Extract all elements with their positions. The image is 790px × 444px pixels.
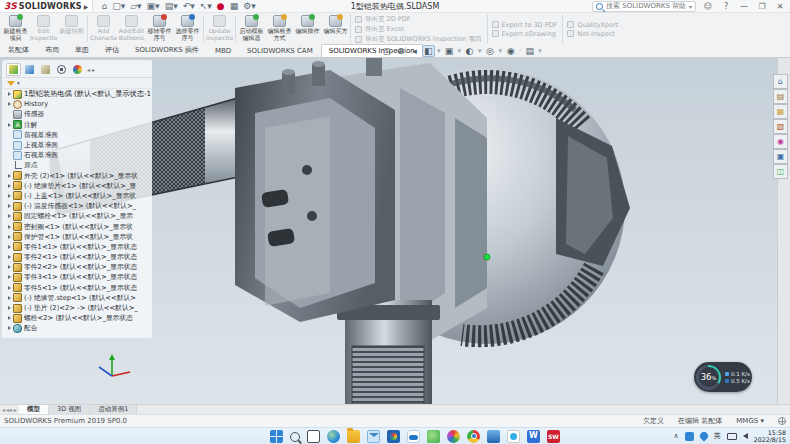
qualityxpert-item[interactable]: QualityXpert (567, 21, 618, 29)
help-search-box[interactable]: 搜索 SOLIDWORKS 帮助 ▾ (592, 1, 696, 12)
options-gear-icon[interactable]: ⚙▾ (243, 0, 256, 12)
chrome-icon[interactable] (467, 430, 480, 443)
tab-assembly[interactable]: 装配体 (0, 42, 37, 57)
tree-item-component[interactable]: (-) 绝缘管.step<1> (默认<<默认> (4, 293, 152, 303)
cast-display-icon[interactable] (727, 433, 737, 440)
export-excel[interactable]: 导出至 Excel (355, 25, 482, 34)
tree-item-component[interactable]: 零件2<1> (默认<<默认>_显示状态 (4, 252, 152, 262)
export-3d-pdf[interactable]: Export to 3D PDF (492, 21, 558, 29)
tree-item-component[interactable]: 外壳 (2)<1> (默认<<默认>_显示状 (4, 171, 152, 181)
tree-item-component[interactable]: (-) 上盖<1> (默认<<默认>_显示状 (4, 191, 152, 201)
taskbar-search-icon[interactable] (290, 432, 300, 442)
ime-language-indicator[interactable]: 英 (714, 431, 721, 441)
edit-customers-button[interactable]: 编辑买方 (322, 14, 349, 44)
task-view-icon[interactable] (307, 430, 320, 443)
edit-operations-button[interactable]: 编辑操作 (294, 14, 321, 44)
logo-expand-arrow-icon[interactable]: ▶ (84, 3, 89, 10)
section-view-icon[interactable]: ◧ (422, 45, 435, 57)
configurationmanager-tab[interactable] (38, 63, 53, 76)
renumber-balloons-button[interactable]: 移转零件序号 (146, 14, 173, 44)
clock[interactable]: 15:58 2022/8/15 (754, 429, 786, 443)
undo-icon[interactable]: ↶▾ (183, 0, 195, 12)
open-icon[interactable]: ▱▾ (130, 0, 141, 12)
dimxpertmanager-tab[interactable] (54, 63, 69, 76)
add-edit-balloons-button[interactable]: Add/Edit Balloons (118, 14, 145, 44)
resources-home-icon[interactable]: ⌂ (773, 74, 788, 89)
tree-item-component[interactable]: 零件2<2> (默认<<默认>_显示状态 (4, 262, 152, 272)
tree-item-component[interactable]: 保护管<1> (默认<<默认>_显示状 (4, 232, 152, 242)
tab-layout[interactable]: 布局 (37, 42, 67, 57)
tree-item-component[interactable]: 零件5<1> (默认<<默认>_显示状态 (4, 283, 152, 293)
tree-item-component[interactable]: (-) 温度传感器<1> (默认<<默认>_ (4, 201, 152, 211)
tree-item-component[interactable]: (-) 绝缘垫片<1> (默认<<默认>_显 (4, 181, 152, 191)
net-speed-overlay-badge[interactable]: 36% 0.1 K/s 0.5 K/s (694, 362, 752, 392)
previous-view-icon[interactable]: ◂ (408, 45, 421, 57)
tree-item-component[interactable]: 密封圈<1> (默认<<默认>_显示状 (4, 221, 152, 231)
app-colorwheel-icon[interactable] (447, 430, 460, 443)
view-palette-icon[interactable]: ▧ (773, 119, 788, 134)
graphics-area[interactable]: ◂ ▸ ▾ 1型铠装热电偶 (默认<默认_显示状态-1 History 传感器 … (0, 58, 790, 404)
tree-item-front-plane[interactable]: 前视基准面 (4, 130, 152, 140)
tab-addins[interactable]: SOLIDWORKS 插件 (127, 42, 207, 57)
globe-icon[interactable] (778, 417, 786, 425)
start-button-icon[interactable] (270, 430, 283, 443)
user-account-icon[interactable]: ☺ (702, 2, 714, 11)
tree-item-mates[interactable]: 配合 (4, 323, 152, 333)
3d-views-tab[interactable]: 3D 视图 (49, 405, 90, 414)
display-icon[interactable]: ▦ (230, 0, 239, 12)
edit-inspection-methods-button[interactable]: 编辑检查方式 (266, 14, 293, 44)
home-icon[interactable]: ⌂ (101, 0, 107, 12)
selected-vertex-marker[interactable] (484, 254, 490, 260)
zoom-to-fit-icon[interactable]: ◻ (380, 45, 393, 57)
solidworks-taskbar-icon[interactable]: SW (547, 430, 560, 443)
mail-icon[interactable] (367, 430, 380, 443)
design-library-icon[interactable]: ▤ (773, 89, 788, 104)
messenger-icon[interactable] (507, 430, 520, 443)
search-dropdown-icon[interactable]: ▾ (689, 3, 692, 10)
custom-properties-icon[interactable]: ▣ (773, 149, 788, 164)
view-settings-icon[interactable]: ▤ (523, 45, 536, 57)
edit-appearance-icon[interactable]: ◉ (504, 45, 517, 57)
panel-tab-scroll-icon[interactable]: ◂ ▸ (87, 66, 95, 73)
tree-root-item[interactable]: 1型铠装热电偶 (默认<默认_显示状态-1 (4, 89, 152, 99)
tree-item-right-plane[interactable]: 右视基准面 (4, 150, 152, 160)
select-icon[interactable]: ↖▾ (200, 0, 212, 12)
hide-show-items-icon[interactable]: ◎ (484, 45, 497, 57)
tree-item-history[interactable]: History (4, 99, 152, 109)
tree-item-origin[interactable]: 原点 (4, 160, 152, 170)
tray-app-icon[interactable] (685, 432, 694, 441)
tree-item-sensors[interactable]: 传感器 (4, 109, 152, 119)
display-style-icon[interactable]: ◐ (463, 45, 476, 57)
select-balloons-button[interactable]: 选择零件序号 (174, 14, 201, 44)
app-green-icon[interactable] (427, 430, 440, 443)
app-blue-icon[interactable] (487, 430, 500, 443)
new-inspection-project-button[interactable]: 新建检查项目 (imp;和) (2, 14, 29, 44)
units-selector[interactable]: MMGS ▾ (736, 417, 764, 425)
new-document-icon[interactable]: ▢▾ (112, 0, 125, 12)
speaker-icon[interactable] (743, 433, 748, 439)
performance-icon[interactable]: ● (217, 0, 225, 12)
save-icon[interactable]: ▣▾ (147, 0, 160, 12)
file-explorer-icon[interactable]: ▦ (773, 104, 788, 119)
tree-item-component[interactable]: 零件3<1> (默认<<默认>_显示状态 (4, 272, 152, 282)
export-edrawing[interactable]: Export eDrawing (492, 30, 558, 38)
tree-item-component[interactable]: 零件1<1> (默认<<默认>_显示状态 (4, 242, 152, 252)
zoom-to-area-icon[interactable]: ⊕ (394, 45, 407, 57)
update-inspection-project-button[interactable]: Update Inspection Project (206, 14, 233, 44)
tree-item-component[interactable]: (-) 垫片 (2)<2> -> (默认<<默认>_ (4, 303, 152, 313)
close-button[interactable]: ✕ (774, 2, 786, 11)
tab-sketch[interactable]: 草图 (67, 42, 97, 57)
hidden-icons-chevron-icon[interactable]: ∧ (674, 432, 679, 440)
displaymanager-tab[interactable] (70, 63, 85, 76)
propertymanager-tab[interactable] (22, 63, 37, 76)
wps-icon[interactable]: W (527, 430, 540, 443)
export-inspection-project[interactable]: 导出至 SOLIDWORKS Inspection 项目 (355, 35, 482, 44)
featuremanager-tab[interactable] (6, 63, 21, 76)
tab-mbd[interactable]: MBD (207, 44, 239, 57)
tab-evaluate[interactable]: 评估 (97, 42, 127, 57)
motion-study-tab[interactable]: 运动算例1 (90, 405, 137, 414)
photos-icon[interactable] (387, 430, 400, 443)
edge-browser-icon[interactable] (327, 430, 340, 443)
tree-item-component[interactable]: 螺栓<2> (默认<<默认>_显示状态 (4, 313, 152, 323)
minimize-button[interactable]: — (738, 2, 750, 11)
